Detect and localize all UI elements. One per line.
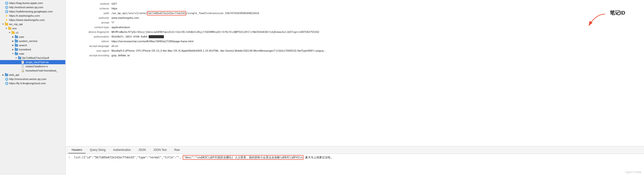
sidebar-item-label: v1 [16,31,18,34]
main-container: https://bag.itunes.apple.com http://exts… [0,0,644,175]
lightning-icon: ⚡ [5,14,8,17]
method-value: GET [112,2,640,5]
tab-headers[interactable]: Headers [68,147,86,153]
tab-json-text[interactable]: JSON Text [150,147,170,153]
lightning-icon: ⚡ [5,18,8,22]
sidebar-item-v1[interactable]: ▼ v1 [0,31,65,35]
sidebar-item-note-id[interactable]: ▼ 5b71485e672e141bcff [0,56,65,60]
file-icon [21,65,25,68]
sidebar-item-homefeed[interactable]: ▶ homefeed [0,47,65,52]
content-type-row: content-type application/json [66,25,644,30]
sidebar-item-user[interactable]: ▶ user [0,35,65,39]
arrow-collapse-icon: ▶ [11,40,14,42]
sidebar[interactable]: https://bag.itunes.apple.com http://exts… [0,0,66,175]
sidebar-item-label: wx_mp_api [9,23,23,26]
sidebar-item-note[interactable]: ▼ note [0,52,65,56]
device-fingerprint-row: device-fingerprint WHJMrwNw1k/EfyQir6Ssz… [66,30,644,35]
sidebar-item-system-service[interactable]: ▶ system_service [0,39,65,43]
accept-language-value: zh-cn [112,45,640,47]
folder-icon [5,73,8,76]
folder-icon [14,48,18,51]
sidebar-item-web-api[interactable]: ▶ web_api [0,73,65,77]
path-before: /wx_mp_api/sns/v1/note/ [112,12,147,15]
accept-language-key: accept-language [69,45,112,47]
arrow-expand-icon: ▼ [5,27,8,30]
sidebar-item-label: https://fp-it.fengkongcloud.com [9,82,46,85]
tab-json[interactable]: JSON [135,147,149,153]
json-highlighted: "desc":"\nuD83C\uDF3C国庆去哪玩| 人少景美，国内赏秋小众景… [183,155,304,160]
json-after: 夏天马上就要过去啦, [305,156,332,159]
path-after: /single_feed?sid=session.156747434395054… [186,12,259,15]
sidebar-item-label: user [19,35,24,38]
sidebar-item-minorshort[interactable]: http://minorshort.weixin.qq.com [0,77,65,81]
folder-icon [5,23,8,26]
sidebar-item-safebrowsing[interactable]: https://safebrowsing.googleapis.com [0,9,65,14]
sidebar-item-label: related?platform=v [26,65,48,68]
globe-icon [5,2,8,5]
authorization-masked: ████████ [149,35,164,38]
sidebar-item-label: https://safebrowsing.googleapis.com [9,10,53,13]
scheme-key: :scheme [69,7,112,10]
sidebar-item-label: homefeed [19,48,31,51]
json-before: list:[{"id":"5b71485e672e141bcffeb143","… [74,156,181,159]
arrow-collapse-icon: ▶ [11,36,14,38]
accept-row: accept */* [66,21,644,25]
sidebar-item-bag-itunes[interactable]: https://bag.itunes.apple.com [0,1,65,5]
sidebar-item-label: 5b71485e672e141bcff [22,57,49,59]
referer-key: referer [69,40,112,43]
tab-query-string[interactable]: Query String [86,147,109,153]
watermark: ©@61CTO博客- [625,171,642,174]
tab-authentication[interactable]: Authentication [110,147,134,153]
folder-icon [8,27,12,30]
tabs-bar: Headers Query String Authentication JSON… [66,146,644,154]
sidebar-item-fp-it[interactable]: https://fp-it.fengkongcloud.com [0,81,65,85]
bottom-content: 1 list:[{"id":"5b71485e672e141bcffeb143"… [66,154,644,175]
tab-raw[interactable]: Raw [171,147,183,153]
sidebar-item-search[interactable]: ▶ search [0,43,65,47]
folder-icon [14,44,18,47]
accept-key: accept [69,21,112,24]
line-number: 1 [68,156,70,159]
scheme-value: https [112,7,640,10]
authorization-row: authorization 85d38d7c-3053-4f68-9a84-██… [66,35,644,39]
sidebar-item-www-xiaohongshu[interactable]: ⚡ https://www.xiaohongshu.com [0,18,65,22]
user-agent-key: user-agent [69,49,112,52]
request-details: 笔记ID :method GET :scheme https :path /wx… [66,0,644,146]
sidebar-item-single-feed[interactable]: single_feed?sid=se [0,60,65,64]
content-type-key: content-type [69,26,112,29]
arrow-expand-icon: ▼ [11,53,14,55]
folder-icon [18,56,22,60]
device-fingerprint-value: WHJMrwNw1k/EfyQir6Ssz/jUesLnwSD96fqoiXn3… [112,31,640,34]
authorization-value: 85d38d7c-3053-4f68-9a84-████████ [112,35,640,38]
path-key: :path [69,12,112,15]
arrow-expand-icon: ▼ [8,32,11,34]
globe-icon [5,77,8,81]
sidebar-item-sns[interactable]: ▼ sns [0,26,65,31]
accept-value: */* [112,21,640,24]
sidebar-item-homefeed2[interactable]: 🔒 homefeed?oid=homefeed_ [0,69,65,73]
path-value: /wx_mp_api/sns/v1/note/5b71485e672e141bc… [112,12,640,15]
referer-value: https://servicewechat.com/wxffc08ac7df48… [112,40,640,43]
sidebar-item-label: web_api [9,73,19,76]
device-fingerprint-key: device-fingerprint [69,31,112,33]
arrow-collapse-icon: ▶ [2,74,5,76]
arrow-collapse-icon: ▶ [11,44,14,47]
folder-icon [11,31,15,34]
path-row: :path /wx_mp_api/sns/v1/note/5b71485e672… [66,11,644,16]
accept-language-row: accept-language zh-cn [66,44,644,49]
method-row: :method GET [66,2,644,7]
sidebar-item-wx-mp-api[interactable]: ▼ wx_mp_api [0,22,65,26]
arrow-expand-icon: ▼ [14,57,18,59]
authority-row: :authority www.xiaohongshu.com [66,16,644,21]
sidebar-item-extshort[interactable]: http://extshort.weixin.qq.com [0,5,65,9]
sidebar-item-label: note [19,52,24,55]
authority-value: www.xiaohongshu.com [112,17,640,19]
folder-icon [14,52,18,55]
sidebar-item-related[interactable]: related?platform=v [0,64,65,69]
folder-icon [14,39,18,43]
sidebar-item-t-xiaohongshu[interactable]: ⚡ https://t.xiaohongshu.com [0,14,65,18]
svg-text:🔒: 🔒 [22,70,24,72]
accept-encoding-row: accept-encoding gzip, deflate, br [66,54,644,58]
sidebar-item-label: https://bag.itunes.apple.com [9,2,43,5]
globe-icon [5,82,8,85]
